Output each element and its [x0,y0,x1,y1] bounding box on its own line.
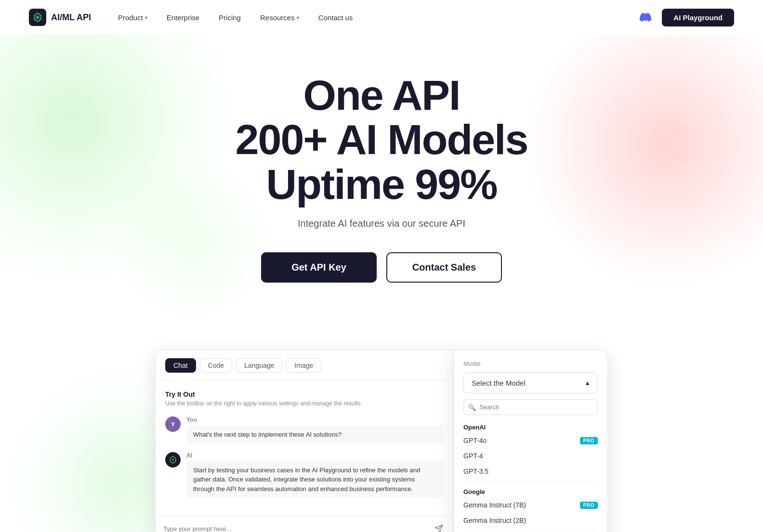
chat-window: Chat Code Language Image Try It Out Use … [155,350,454,532]
navbar: AI/ML API Product ▾ Enterprise Pricing R… [0,0,763,35]
pro-badge: PRO [580,502,598,509]
model-panel: Model Select the Model ▴ 🔍 OpenAI GPT-4o… [454,350,608,532]
svg-point-1 [172,459,173,460]
user-message-content: You What's the next step to implement th… [186,416,444,444]
chat-input-area [156,516,453,532]
ai-message-text: Start by testing your business cases in … [186,461,444,499]
hero-section: One API 200+ AI Models Uptime 99% Integr… [0,35,763,350]
ai-sender-label: AI [186,452,444,459]
model-gemma-2b[interactable]: Gemma Instruct (2B) [458,513,604,528]
send-button[interactable] [432,522,446,532]
svg-point-0 [37,16,39,18]
ai-message: AI Start by testing your business cases … [165,452,444,499]
model-search: 🔍 [463,399,598,415]
model-search-input[interactable] [463,399,598,415]
chevron-down-icon: ▾ [145,15,147,20]
discord-icon[interactable] [637,9,654,26]
demo-section: Chat Code Language Image Try It Out Use … [0,350,763,532]
nav-resources[interactable]: Resources ▾ [252,10,307,26]
model-panel-header: Model Select the Model ▴ [454,350,607,393]
model-gemma-7b[interactable]: Gemma Instruct (7B) PRO [458,497,604,513]
divider [463,481,598,481]
pro-badge: PRO [580,437,598,444]
model-gpt4[interactable]: GPT-4 [458,448,604,464]
logo[interactable]: AI/ML API [29,9,91,26]
hero-subtitle: Integrate AI features via our secure API [29,218,734,229]
model-select-button[interactable]: Select the Model ▴ [463,372,598,393]
try-it-out: Try It Out Use the toolbar on the right … [165,390,444,407]
ai-message-content: AI Start by testing your business cases … [186,452,444,499]
user-avatar: Y [165,416,181,432]
user-message: Y You What's the next step to implement … [165,416,444,444]
chat-tabs: Chat Code Language Image [156,350,453,381]
get-api-key-button[interactable]: Get API Key [261,252,377,283]
model-list: OpenAI GPT-4o PRO GPT-4 GPT-3.5 Google G… [454,419,607,532]
tab-chat[interactable]: Chat [165,358,196,373]
model-gpt35[interactable]: GPT-3.5 [458,464,604,479]
hero-buttons: Get API Key Contact Sales [29,252,734,283]
ai-playground-button[interactable]: AI Playground [662,9,734,26]
group-openai-label: OpenAI [458,419,604,433]
model-label: Model [463,360,598,367]
logo-icon [29,9,46,26]
model-gpt4o[interactable]: GPT-4o PRO [458,433,604,448]
chevron-down-icon: ▾ [297,15,299,20]
ai-avatar [165,452,181,467]
user-sender-label: You [186,416,444,423]
nav-contact[interactable]: Contact us [311,10,361,26]
divider [463,530,598,531]
chat-input[interactable] [163,525,427,532]
tab-code[interactable]: Code [200,358,232,373]
chevron-up-icon: ▴ [586,378,590,387]
try-it-title: Try It Out [165,390,444,398]
contact-sales-button[interactable]: Contact Sales [386,252,502,283]
hero-title: One API 200+ AI Models Uptime 99% [29,73,734,207]
group-google-label: Google [458,483,604,497]
logo-text: AI/ML API [51,13,91,23]
nav-pricing[interactable]: Pricing [211,10,249,26]
nav-product[interactable]: Product ▾ [110,10,155,26]
tab-image[interactable]: Image [286,358,321,373]
try-it-desc: Use the toolbar on the right to apply va… [165,400,444,407]
user-message-text: What's the next step to implement these … [186,425,444,444]
navbar-right: AI Playground [637,9,734,26]
navbar-left: AI/ML API Product ▾ Enterprise Pricing R… [29,9,360,26]
search-icon: 🔍 [468,403,476,411]
nav-enterprise[interactable]: Enterprise [159,10,207,26]
chat-body: Try It Out Use the toolbar on the right … [156,381,453,516]
tab-language[interactable]: Language [236,358,282,373]
nav-links: Product ▾ Enterprise Pricing Resources ▾… [110,10,360,26]
